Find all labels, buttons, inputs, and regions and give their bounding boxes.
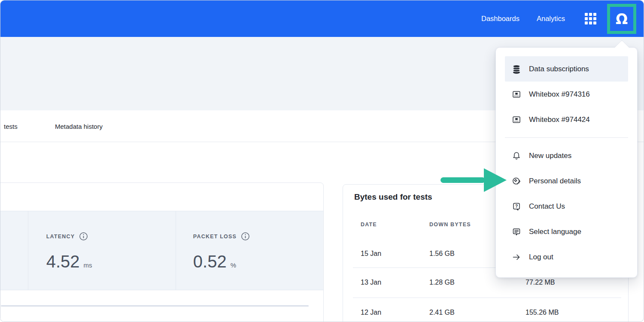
latency-label: LATENCY [46,234,75,240]
packet-loss-unit: % [231,261,236,269]
menu-item-label: Log out [529,253,553,261]
menu-item-contact-us[interactable]: ? Contact Us [496,194,637,219]
menu-item-label: Select language [529,228,581,236]
latency-value: 4.52 [46,252,80,271]
menu-item-data-subscriptions[interactable]: Data subscriptions [505,56,628,82]
nav-dashboards-link[interactable]: Dashboards [481,15,519,23]
row-up-bytes: 155.26 MB [526,309,559,316]
info-icon[interactable] [241,232,250,241]
menu-item-label: Data subscriptions [529,65,589,73]
nav-analytics-link[interactable]: Analytics [537,15,565,23]
app-window: Dashboards Analytics Ω tests Metadata hi… [0,0,644,322]
menu-item-whitebox-974316[interactable]: Whitebox #974316 [496,82,637,107]
stat-tiles-row: LATENCY 4.52 ms PACKET LOSS [0,211,323,290]
svg-text:?: ? [515,204,518,208]
user-avatar-icon: Ω [616,12,628,26]
menu-item-label: Whitebox #974316 [529,90,590,99]
menu-item-select-language[interactable]: Select language [496,219,637,244]
packet-loss-label: PACKET LOSS [193,234,237,240]
row-date: 13 Jan [361,279,381,286]
head-gear-icon [512,176,521,186]
stat-tile-cutoff [0,211,28,290]
stat-tile-packet-loss: PACKET LOSS 0.52 % [176,211,323,290]
menu-item-label: Whitebox #974424 [529,115,590,124]
row-down-bytes: 2.41 GB [429,309,455,316]
card-section-divider [1,305,309,307]
account-dropdown-menu: Data subscriptions Whitebox #974316 [495,47,638,278]
packet-loss-value: 0.52 [193,252,227,271]
column-header-date: DATE [361,222,377,228]
bytes-card-title: Bytes used for tests [354,192,432,202]
database-icon [512,64,521,74]
test-results-card: LATENCY 4.52 ms PACKET LOSS [0,182,324,322]
row-date: 12 Jan [361,309,381,316]
latency-unit: ms [84,261,92,269]
stat-tile-latency: LATENCY 4.52 ms [28,211,176,290]
question-bubble-icon: ? [512,202,521,211]
row-down-bytes: 1.28 GB [429,279,455,286]
menu-item-personal-details[interactable]: Personal details [496,168,637,194]
column-header-down-bytes: DOWN BYTES [429,222,471,228]
menu-item-new-updates[interactable]: New updates [496,143,637,168]
menu-item-whitebox-974424[interactable]: Whitebox #974424 [496,107,637,132]
menu-item-label: Personal details [529,177,581,185]
tab-tests[interactable]: tests [4,110,18,142]
bell-icon [512,151,521,161]
language-bubble-icon [512,227,521,237]
tab-metadata-history[interactable]: Metadata history [55,110,103,142]
whitebox-device-icon [512,115,521,125]
whitebox-device-icon [512,90,521,99]
row-up-bytes: 77.22 MB [526,279,555,286]
menu-item-label: New updates [529,152,571,160]
avatar-button[interactable]: Ω [607,4,636,34]
grid-apps-icon [585,13,596,24]
row-date: 15 Jan [361,250,381,258]
logout-arrow-icon [512,252,521,262]
table-row: 12 Jan 2.41 GB 155.26 MB [343,299,628,322]
info-icon[interactable] [79,232,88,241]
menu-item-log-out[interactable]: Log out [496,244,637,270]
menu-divider [496,132,637,143]
top-navbar: Dashboards Analytics Ω [0,0,644,37]
row-divider [353,298,621,298]
row-down-bytes: 1.56 GB [429,250,455,258]
apps-grid-button[interactable] [585,13,596,24]
menu-item-label: Contact Us [529,202,565,211]
